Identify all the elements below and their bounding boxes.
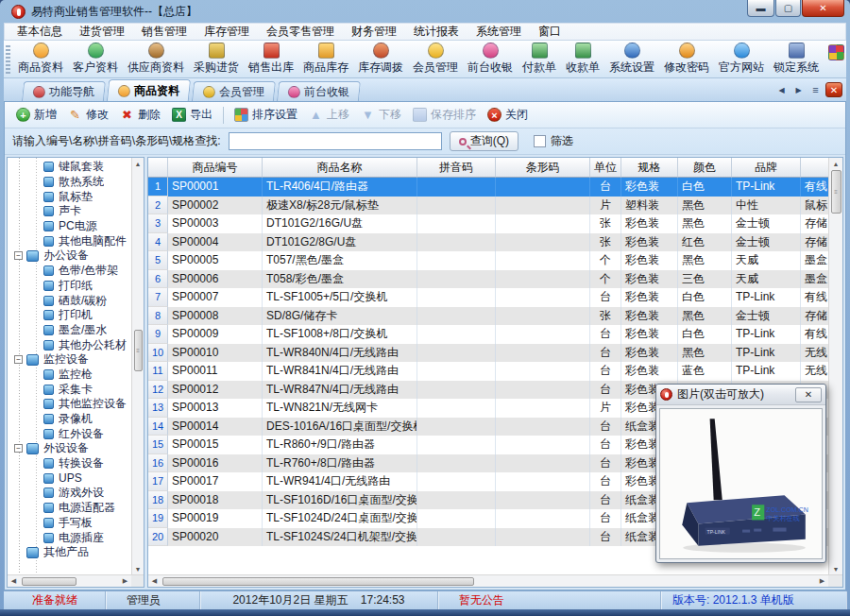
tree-vscroll-thumb[interactable]: ≡ — [134, 330, 143, 371]
close-button[interactable]: ✕ — [802, 0, 844, 17]
tree-item[interactable]: PC电源 — [8, 219, 131, 234]
table-row[interactable]: 6SP00006T058/彩色/墨盒个彩色装三色天威墨盒 — [148, 270, 828, 289]
scroll-left-icon[interactable]: ◀ — [8, 577, 20, 585]
scroll-right-icon[interactable]: ▶ — [816, 577, 828, 585]
search-input[interactable] — [229, 132, 442, 150]
tree-item[interactable]: 其他监控设备 — [8, 397, 131, 412]
menu-item[interactable]: 库存管理 — [196, 24, 258, 40]
table-row[interactable]: 10SP00010TL-WR840N/4口/无线路由台彩色装黑色TP-Link无… — [148, 344, 828, 363]
tree-item[interactable]: 录像机 — [8, 412, 131, 427]
tab-scroll-left-icon[interactable]: ◀ — [774, 82, 789, 97]
table-row[interactable]: 5SP00005T057/黑色/墨盒个彩色装黑色天威墨盒 — [148, 251, 828, 270]
tree-item[interactable]: 转换设备 — [8, 456, 131, 471]
cmd-sort-settings[interactable]: 排序设置 — [229, 105, 303, 125]
tree-item[interactable]: 红外设备 — [8, 426, 131, 441]
toolbar-button[interactable]: 收款单 — [561, 41, 604, 77]
tree-item[interactable]: 打印纸 — [8, 279, 131, 294]
toolbar-grip[interactable] — [6, 45, 10, 74]
tab-list-icon[interactable]: ≡ — [808, 82, 823, 97]
tree-item[interactable]: 墨盒/墨水 — [8, 323, 131, 338]
scroll-up-icon[interactable]: ▲ — [132, 158, 144, 169]
query-button[interactable]: 查询(Q) — [450, 131, 518, 151]
popup-close-button[interactable]: ✕ — [795, 387, 822, 402]
scroll-left-icon[interactable]: ◀ — [148, 577, 161, 585]
tab-item[interactable]: 前台收银 — [277, 81, 361, 101]
header-cell[interactable]: 单位 — [590, 158, 621, 178]
tree-item[interactable]: UPS — [8, 471, 131, 486]
table-hscroll-thumb[interactable] — [162, 577, 474, 586]
table-vscroll-thumb[interactable]: ≡ — [831, 170, 842, 214]
tab-close-icon[interactable]: ✕ — [825, 82, 842, 97]
cmd-add[interactable]: +新增 — [10, 105, 62, 125]
toolbar-button[interactable]: 供应商资料 — [123, 41, 189, 77]
tree-item[interactable]: 电源适配器 — [8, 501, 131, 516]
minimize-button[interactable]: ▬ — [747, 0, 774, 17]
toolbar-button[interactable]: 会员管理 — [408, 41, 463, 77]
table-row[interactable]: 2SP00002极速X8/标28元/鼠标垫片塑料装黑色中性鼠标 — [148, 197, 828, 215]
table-row[interactable]: 4SP00004DT101G2/8G/U盘张彩色装红色金士顿存储 — [148, 233, 828, 252]
toolbar-button[interactable]: 库存调拨 — [353, 41, 408, 77]
menu-item[interactable]: 进货管理 — [71, 24, 133, 40]
table-row[interactable]: 9SP00009TL-SF1008+/8口/交换机台彩色装白色TP-Link有线 — [148, 325, 828, 344]
filter-checkbox[interactable] — [534, 135, 546, 147]
expand-toggle[interactable]: − — [14, 444, 23, 453]
header-cell[interactable]: 规格 — [621, 158, 678, 178]
menu-item[interactable]: 窗口 — [530, 24, 570, 40]
toolbar-button[interactable]: 采购进货 — [189, 41, 244, 77]
product-photo[interactable]: TP-LINK Z ZOL.COM.CN 中关村在线 — [660, 409, 822, 558]
toolbar-button[interactable]: 官方网站 — [714, 41, 769, 77]
menu-item[interactable]: 财务管理 — [343, 24, 405, 40]
menu-item[interactable]: 基本信息 — [8, 24, 71, 40]
tree-item[interactable]: 键鼠套装 — [8, 160, 131, 175]
tree-item[interactable]: 散热系统 — [8, 175, 131, 190]
cmd-export-excel[interactable]: X导出 — [166, 105, 218, 125]
tree-item[interactable]: 游戏外设 — [8, 486, 131, 501]
tree-item[interactable]: 其他办公耗材 — [8, 337, 131, 352]
table-row[interactable]: 7SP00007TL-SF1005+/5口/交换机台彩色装白色TP-Link有线 — [148, 288, 828, 307]
toolbar-button[interactable]: 商品库存 — [298, 41, 353, 77]
header-cell[interactable]: 品牌 — [732, 158, 801, 178]
tree-item[interactable]: 打印机 — [8, 308, 131, 323]
tree-hscroll-thumb[interactable] — [22, 577, 76, 586]
toolbar-button[interactable]: 更换皮肤▾ — [824, 43, 846, 76]
header-cell[interactable]: 商品编号 — [168, 158, 263, 178]
toolbar-button[interactable]: 商品资料 — [13, 41, 68, 77]
tree-item[interactable]: 其他产品 — [8, 545, 131, 560]
cmd-close-view[interactable]: ×关闭 — [482, 105, 534, 125]
tab-item[interactable]: 会员管理 — [192, 81, 276, 101]
tree-item[interactable]: 声卡 — [8, 204, 131, 219]
menu-item[interactable]: 销售管理 — [133, 24, 196, 40]
tab-active[interactable]: 商品资料 — [107, 79, 191, 101]
menu-item[interactable]: 系统管理 — [468, 24, 530, 40]
table-vscrollbar[interactable]: ▲ ≡ ▼ — [828, 158, 842, 574]
tree-item[interactable]: 监控枪 — [8, 368, 131, 383]
popup-image-area[interactable]: TP-LINK Z ZOL.COM.CN 中关村在线 — [659, 408, 823, 559]
tree-item[interactable]: −监控设备 — [8, 352, 131, 368]
toolbar-button[interactable]: 销售出库 — [244, 41, 298, 77]
tree-hscrollbar[interactable]: ◀ ▶ — [8, 575, 131, 587]
cmd-delete[interactable]: ✖删除 — [114, 105, 166, 125]
tree-item[interactable]: −办公设备 — [8, 248, 131, 264]
expand-toggle[interactable]: − — [14, 251, 23, 260]
header-cell[interactable]: 商品名称 — [263, 158, 417, 178]
popup-titlebar[interactable]: 图片(双击可放大) ✕ — [656, 385, 825, 405]
tree-item[interactable]: 电源插座 — [8, 530, 131, 545]
table-row[interactable]: 8SP00008SD/8G/储存卡张彩色装黑色金士顿存储 — [148, 307, 828, 326]
scroll-down-icon[interactable]: ▼ — [132, 563, 144, 574]
tab-item[interactable]: 功能导航 — [22, 81, 106, 101]
toolbar-button[interactable]: 前台收银 — [463, 41, 518, 77]
header-cell[interactable] — [801, 158, 828, 178]
toolbar-button[interactable]: 系统设置 — [604, 41, 659, 77]
header-cell-rownum[interactable] — [148, 158, 168, 178]
maximize-button[interactable]: ▢ — [775, 0, 801, 17]
scroll-right-icon[interactable]: ▶ — [119, 577, 131, 585]
tree-item[interactable]: 硒鼓/碳粉 — [8, 293, 131, 308]
tree-item[interactable]: 其他电脑配件 — [8, 233, 131, 248]
table-row[interactable]: 3SP00003DT101G2/16G/U盘张彩色装黑色金士顿存储 — [148, 214, 828, 233]
scroll-down-icon[interactable]: ▼ — [829, 563, 842, 574]
tree-item[interactable]: 色带/色带架 — [8, 264, 131, 279]
toolbar-button[interactable]: 客户资料 — [68, 41, 123, 77]
toolbar-button[interactable]: 修改密码 — [659, 41, 714, 77]
tree-item[interactable]: 手写板 — [8, 516, 131, 531]
table-hscrollbar[interactable]: ◀ ▶ — [148, 575, 828, 587]
